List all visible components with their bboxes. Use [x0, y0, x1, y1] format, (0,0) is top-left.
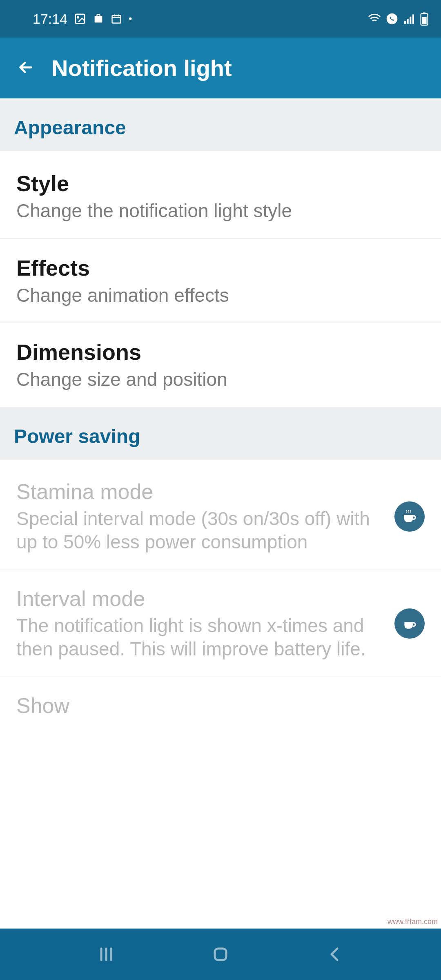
item-style[interactable]: Style Change the notification light styl… — [0, 151, 441, 239]
item-title: Dimensions — [16, 339, 425, 365]
item-stamina[interactable]: Stamina mode Special interval mode (30s … — [0, 460, 441, 570]
item-subtitle: The notification light is shown x-times … — [16, 614, 386, 661]
item-subtitle: Change the notification light style — [16, 199, 425, 223]
section-header-power: Power saving — [0, 407, 441, 460]
status-time: 17:14 — [33, 11, 67, 27]
item-title: Style — [16, 171, 425, 196]
svg-rect-9 — [423, 12, 425, 13]
item-subtitle: Change animation effects — [16, 284, 425, 307]
svg-point-1 — [77, 16, 79, 18]
back-arrow-icon[interactable] — [16, 58, 35, 78]
image-icon — [74, 13, 86, 25]
page-title: Notification light — [51, 55, 232, 81]
app-bar: Notification light — [0, 38, 441, 98]
item-title: Effects — [16, 255, 425, 281]
item-dimensions[interactable]: Dimensions Change size and position — [0, 323, 441, 407]
status-left: 17:14 • — [33, 11, 132, 27]
section-header-appearance: Appearance — [0, 98, 441, 151]
calendar-icon — [111, 13, 122, 24]
watermark: www.frfam.com — [388, 918, 438, 926]
call-icon — [385, 12, 399, 25]
coffee-icon[interactable] — [394, 501, 425, 532]
item-subtitle: Special interval mode (30s on/30s off) w… — [16, 507, 386, 554]
item-title: Stamina mode — [16, 479, 386, 504]
navigation-bar — [0, 929, 441, 980]
item-effects[interactable]: Effects Change animation effects — [0, 239, 441, 323]
back-button[interactable] — [318, 938, 351, 971]
svg-rect-8 — [422, 17, 426, 24]
dot-icon: • — [129, 13, 132, 24]
svg-rect-3 — [404, 21, 406, 24]
svg-rect-4 — [407, 19, 409, 24]
settings-list: Appearance Style Change the notification… — [0, 98, 441, 725]
svg-rect-10 — [215, 949, 226, 960]
item-interval[interactable]: Interval mode The notification light is … — [0, 570, 441, 677]
wifi-icon — [368, 12, 381, 26]
status-bar: 17:14 • — [0, 0, 441, 38]
signal-icon — [403, 12, 416, 25]
status-right — [368, 12, 429, 26]
item-subtitle: Change size and position — [16, 368, 425, 392]
item-title: Interval mode — [16, 586, 386, 611]
item-title: Show — [16, 693, 425, 718]
home-button[interactable] — [204, 938, 237, 971]
item-show[interactable]: Show — [0, 677, 441, 725]
svg-rect-5 — [410, 17, 411, 24]
recents-button[interactable] — [90, 938, 122, 971]
svg-rect-2 — [112, 16, 121, 23]
battery-icon — [420, 12, 429, 26]
briefcase-icon — [93, 13, 104, 24]
coffee-icon[interactable] — [394, 608, 425, 639]
svg-rect-6 — [412, 14, 414, 24]
